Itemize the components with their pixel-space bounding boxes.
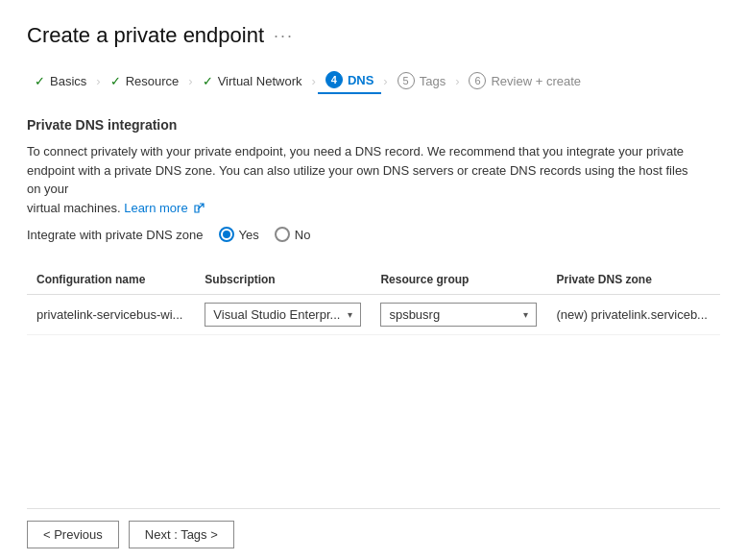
cell-config-name: privatelink-servicebus-wi...: [27, 295, 195, 335]
check-vnet-icon: ✓: [203, 74, 213, 88]
desc-line2: endpoint with a private DNS zone. You ca…: [27, 163, 688, 197]
step-dns[interactable]: 4 DNS: [318, 67, 381, 94]
integrate-row: Integrate with private DNS zone Yes No: [27, 227, 720, 242]
resource-group-value: spsbusrg: [389, 307, 440, 322]
radio-no-circle: [275, 227, 290, 242]
page-title-area: Create a private endpoint ···: [27, 23, 720, 48]
cell-subscription: Visual Studio Enterpr... ▾: [195, 295, 371, 335]
step-dns-num: 4: [325, 71, 343, 88]
radio-no-label: No: [295, 228, 311, 242]
desc-line3: virtual machines.: [27, 201, 121, 215]
page-title-dots: ···: [274, 26, 294, 46]
step-virtual-network[interactable]: ✓ Virtual Network: [195, 70, 310, 92]
description-text: To connect privately with your private e…: [27, 142, 699, 217]
step-vnet-label: Virtual Network: [218, 74, 302, 88]
col-config-name: Configuration name: [27, 265, 195, 295]
integrate-label: Integrate with private DNS zone: [27, 228, 204, 242]
step-tags-num: 5: [398, 72, 415, 89]
step-tags-label: Tags: [420, 74, 446, 88]
cell-resource-group: spsbusrg ▾: [371, 295, 546, 335]
col-subscription: Subscription: [195, 265, 371, 295]
sep-3: ›: [312, 74, 316, 88]
table-header-row: Configuration name Subscription Resource…: [27, 265, 720, 295]
external-link-icon: [193, 203, 205, 214]
sep-5: ›: [455, 74, 459, 88]
learn-more-link[interactable]: Learn more: [124, 201, 187, 215]
page-container: Create a private endpoint ··· ✓ Basics ›…: [0, 0, 747, 560]
resource-group-chevron-icon: ▾: [523, 309, 528, 320]
dns-table: Configuration name Subscription Resource…: [27, 265, 720, 335]
resource-group-dropdown[interactable]: spsbusrg ▾: [380, 303, 537, 327]
radio-no[interactable]: No: [275, 227, 311, 242]
step-basics[interactable]: ✓ Basics: [27, 70, 94, 92]
radio-yes[interactable]: Yes: [219, 227, 259, 242]
desc-line1: To connect privately with your private e…: [27, 144, 684, 158]
next-button[interactable]: Next : Tags >: [129, 521, 234, 548]
radio-group: Yes No: [219, 227, 311, 242]
table-row: privatelink-servicebus-wi... Visual Stud…: [27, 295, 720, 335]
check-resource-icon: ✓: [110, 74, 121, 88]
radio-yes-circle: [219, 227, 234, 242]
radio-yes-label: Yes: [239, 228, 259, 242]
sep-4: ›: [383, 74, 387, 88]
cell-dns-zone: (new) privatelink.serviceb...: [546, 295, 720, 335]
col-dns-zone: Private DNS zone: [546, 265, 720, 295]
step-review-num: 6: [469, 72, 486, 89]
wizard-steps: ✓ Basics › ✓ Resource › ✓ Virtual Networ…: [27, 67, 720, 94]
step-tags[interactable]: 5 Tags: [390, 68, 453, 93]
sep-1: ›: [96, 74, 100, 88]
step-basics-label: Basics: [50, 74, 86, 88]
section-title: Private DNS integration: [27, 117, 720, 133]
subscription-value: Visual Studio Enterpr...: [213, 307, 340, 322]
step-resource[interactable]: ✓ Resource: [103, 70, 187, 92]
col-resource-group: Resource group: [371, 265, 546, 295]
sep-2: ›: [188, 74, 192, 88]
subscription-chevron-icon: ▾: [348, 309, 352, 320]
check-basics-icon: ✓: [35, 74, 45, 88]
main-content: Private DNS integration To connect priva…: [27, 117, 720, 508]
step-review-create[interactable]: 6 Review + create: [461, 68, 589, 93]
previous-button[interactable]: < Previous: [27, 521, 119, 548]
footer: < Previous Next : Tags >: [27, 508, 720, 560]
subscription-dropdown[interactable]: Visual Studio Enterpr... ▾: [205, 303, 361, 327]
step-review-label: Review + create: [491, 74, 581, 88]
page-title: Create a private endpoint: [27, 23, 264, 48]
step-dns-label: DNS: [348, 73, 374, 87]
step-resource-label: Resource: [126, 74, 180, 88]
